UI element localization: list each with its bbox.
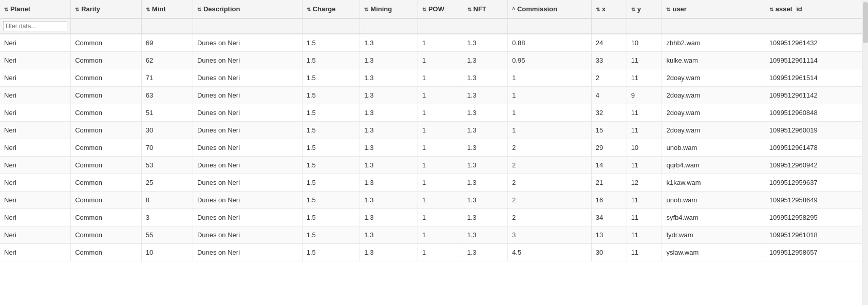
cell-user: qqrb4.wam — [662, 157, 765, 174]
cell-pow: 1 — [418, 87, 463, 104]
cell-x: 14 — [591, 157, 627, 174]
cell-y: 9 — [627, 87, 662, 104]
cell-asset_id: 1099512961432 — [765, 34, 867, 52]
cell-rarity: Common — [71, 139, 142, 157]
table-row[interactable]: NeriCommon53Dunes on Neri1.51.311.321411… — [0, 157, 868, 174]
cell-user: 2doay.wam — [662, 69, 765, 87]
cell-y: 11 — [627, 122, 662, 139]
cell-asset_id: 1099512958295 — [765, 209, 867, 226]
cell-mint: 3 — [141, 209, 193, 226]
cell-charge: 1.5 — [302, 122, 360, 139]
cell-asset_id: 1099512961514 — [765, 69, 867, 87]
cell-user: unob.wam — [662, 192, 765, 209]
cell-rarity: Common — [71, 104, 142, 122]
col-label-pow: POW — [428, 5, 444, 13]
sort-icon-planet: ⇅ — [4, 7, 8, 12]
cell-planet: Neri — [0, 139, 71, 157]
table-row[interactable]: NeriCommon8Dunes on Neri1.51.311.321611u… — [0, 192, 868, 209]
cell-charge: 1.5 — [302, 192, 360, 209]
col-header-planet[interactable]: ⇅Planet — [0, 0, 71, 18]
col-header-description[interactable]: ⇅Description — [193, 0, 302, 18]
filter-input-planet[interactable] — [3, 21, 67, 31]
col-label-user: user — [672, 5, 686, 13]
cell-mint: 62 — [141, 52, 193, 69]
cell-planet: Neri — [0, 52, 71, 69]
table-row[interactable]: NeriCommon62Dunes on Neri1.51.311.30.953… — [0, 52, 868, 69]
cell-mining: 1.3 — [360, 34, 418, 52]
col-header-mining[interactable]: ⇅Mining — [360, 0, 418, 18]
cell-rarity: Common — [71, 226, 142, 244]
col-header-pow[interactable]: ⇅POW — [418, 0, 463, 18]
col-label-nft: NFT — [474, 5, 486, 13]
cell-user: k1kaw.wam — [662, 174, 765, 192]
cell-mining: 1.3 — [360, 104, 418, 122]
cell-description: Dunes on Neri — [193, 104, 302, 122]
cell-y: 10 — [627, 139, 662, 157]
cell-planet: Neri — [0, 69, 71, 87]
filter-cell-planet — [0, 18, 71, 34]
table-row[interactable]: NeriCommon10Dunes on Neri1.51.311.34.530… — [0, 244, 868, 261]
cell-mining: 1.3 — [360, 244, 418, 261]
cell-x: 15 — [591, 122, 627, 139]
cell-nft: 1.3 — [463, 209, 508, 226]
col-header-asset_id[interactable]: ⇅asset_id — [765, 0, 867, 18]
cell-rarity: Common — [71, 244, 142, 261]
cell-rarity: Common — [71, 174, 142, 192]
cell-x: 34 — [591, 209, 627, 226]
cell-mint: 71 — [141, 69, 193, 87]
cell-asset_id: 1099512960848 — [765, 104, 867, 122]
cell-mining: 1.3 — [360, 122, 418, 139]
cell-y: 11 — [627, 244, 662, 261]
cell-mint: 55 — [141, 226, 193, 244]
cell-y: 12 — [627, 174, 662, 192]
cell-asset_id: 1099512959637 — [765, 174, 867, 192]
cell-mining: 1.3 — [360, 174, 418, 192]
cell-y: 10 — [627, 34, 662, 52]
data-table: ⇅Planet⇅Rarity⇅Mint⇅Description⇅Charge⇅M… — [0, 0, 868, 261]
table-row[interactable]: NeriCommon51Dunes on Neri1.51.311.313211… — [0, 104, 868, 122]
col-header-nft[interactable]: ⇅NFT — [463, 0, 508, 18]
sort-icon-pow: ⇅ — [422, 7, 426, 12]
cell-nft: 1.3 — [463, 226, 508, 244]
table-row[interactable]: NeriCommon55Dunes on Neri1.51.311.331311… — [0, 226, 868, 244]
cell-mint: 69 — [141, 34, 193, 52]
cell-rarity: Common — [71, 122, 142, 139]
cell-y: 11 — [627, 192, 662, 209]
cell-charge: 1.5 — [302, 244, 360, 261]
col-header-x[interactable]: ⇅x — [591, 0, 627, 18]
col-header-commission[interactable]: ^Commission — [508, 0, 592, 18]
col-header-mint[interactable]: ⇅Mint — [141, 0, 193, 18]
table-row[interactable]: NeriCommon3Dunes on Neri1.51.311.323411s… — [0, 209, 868, 226]
scrollbar[interactable] — [862, 0, 868, 305]
filter-cell-rarity — [71, 18, 142, 34]
col-header-y[interactable]: ⇅y — [627, 0, 662, 18]
cell-pow: 1 — [418, 52, 463, 69]
cell-x: 30 — [591, 244, 627, 261]
table-row[interactable]: NeriCommon69Dunes on Neri1.51.311.30.882… — [0, 34, 868, 52]
table-row[interactable]: NeriCommon70Dunes on Neri1.51.311.322910… — [0, 139, 868, 157]
table-row[interactable]: NeriCommon71Dunes on Neri1.51.311.312112… — [0, 69, 868, 87]
cell-planet: Neri — [0, 209, 71, 226]
scrollbar-thumb[interactable] — [863, 2, 868, 43]
col-header-rarity[interactable]: ⇅Rarity — [71, 0, 142, 18]
cell-x: 33 — [591, 52, 627, 69]
filter-cell-mint — [141, 18, 193, 34]
sort-icon-description: ⇅ — [197, 7, 201, 12]
cell-nft: 1.3 — [463, 34, 508, 52]
cell-mining: 1.3 — [360, 192, 418, 209]
sort-icon-mint: ⇅ — [146, 7, 150, 12]
cell-x: 32 — [591, 104, 627, 122]
col-header-user[interactable]: ⇅user — [662, 0, 765, 18]
col-label-rarity: Rarity — [81, 5, 100, 13]
table-row[interactable]: NeriCommon63Dunes on Neri1.51.311.31492d… — [0, 87, 868, 104]
table-row[interactable]: NeriCommon30Dunes on Neri1.51.311.311511… — [0, 122, 868, 139]
cell-x: 13 — [591, 226, 627, 244]
table-row[interactable]: NeriCommon25Dunes on Neri1.51.311.322112… — [0, 174, 868, 192]
cell-rarity: Common — [71, 34, 142, 52]
col-label-asset_id: asset_id — [776, 5, 802, 13]
cell-nft: 1.3 — [463, 52, 508, 69]
cell-mint: 25 — [141, 174, 193, 192]
cell-pow: 1 — [418, 122, 463, 139]
col-header-charge[interactable]: ⇅Charge — [302, 0, 360, 18]
cell-x: 2 — [591, 69, 627, 87]
